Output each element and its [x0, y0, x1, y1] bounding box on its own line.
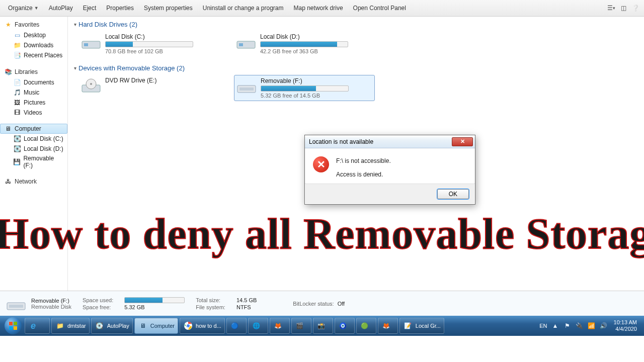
- nav-network[interactable]: 🖧Network: [0, 176, 67, 187]
- nav-desktop[interactable]: ▭Desktop: [0, 30, 67, 40]
- app-icon: 🎬: [295, 321, 305, 331]
- tray-up-icon[interactable]: ▲: [551, 322, 559, 330]
- taskbar: e 📁dmtstar 💽AutoPlay 🖥Computer how to d.…: [0, 316, 644, 336]
- drive-free-text: 5.32 GB free of 14.5 GB: [261, 93, 372, 99]
- taskbar-app7[interactable]: 🟢: [356, 318, 376, 334]
- taskbar-app1[interactable]: 🔵: [226, 318, 247, 334]
- taskbar-folder[interactable]: 📁dmtstar: [51, 318, 90, 334]
- nav-computer[interactable]: 🖥Computer: [0, 124, 67, 134]
- drive-local-d[interactable]: Local Disk (D:) 42.2 GB free of 363 GB: [234, 31, 375, 56]
- hdd-group-header[interactable]: ▾Hard Disk Drives (2): [74, 21, 638, 28]
- taskbar-ie[interactable]: e: [25, 318, 50, 334]
- usage-bar: [260, 41, 348, 47]
- nav-music[interactable]: 🎵Music: [0, 87, 67, 98]
- videos-icon: 🎞: [13, 109, 21, 117]
- pictures-icon: 🖼: [13, 99, 21, 107]
- nav-local-disk-c[interactable]: 💽Local Disk (C:): [0, 134, 67, 144]
- help-icon[interactable]: ❔: [631, 4, 640, 13]
- uninstall-button[interactable]: Uninstall or change a program: [199, 3, 288, 14]
- flag-icon[interactable]: ⚑: [564, 322, 572, 330]
- drive-dvd-e[interactable]: DVD RW Drive (E:): [79, 75, 220, 101]
- map-drive-button[interactable]: Map network drive: [290, 3, 347, 14]
- hdd-icon: 💽: [13, 135, 21, 143]
- svg-rect-14: [14, 326, 17, 330]
- app-icon: 🟢: [360, 321, 370, 331]
- svg-rect-11: [9, 322, 13, 325]
- svg-rect-1: [84, 43, 88, 46]
- close-button[interactable]: ✕: [452, 137, 473, 146]
- taskbar-clock[interactable]: 10:13 AM 4/4/2020: [612, 319, 639, 332]
- dvd-icon: [81, 77, 101, 95]
- language-indicator[interactable]: EN: [539, 323, 547, 329]
- power-icon[interactable]: 🔌: [576, 322, 584, 330]
- taskbar-app2[interactable]: 🌐: [248, 318, 268, 334]
- open-control-panel-button[interactable]: Open Control Panel: [349, 3, 410, 14]
- start-button[interactable]: [3, 316, 23, 336]
- space-free-label: Space free:: [83, 304, 113, 310]
- svg-point-16: [187, 324, 190, 328]
- preview-pane-icon[interactable]: ◫: [619, 4, 628, 13]
- taskbar-computer[interactable]: 🖥Computer: [134, 318, 178, 334]
- removable-group-header[interactable]: ▾Devices with Removable Storage (2): [74, 64, 638, 72]
- documents-icon: 📄: [13, 78, 21, 86]
- organize-menu[interactable]: Organize▼: [4, 3, 43, 14]
- hdd-icon: 💽: [13, 145, 21, 153]
- music-icon: 🎵: [13, 88, 21, 97]
- nav-pictures[interactable]: 🖼Pictures: [0, 98, 67, 108]
- computer-icon: 🖥: [4, 125, 12, 133]
- taskbar-app6[interactable]: 🧿: [335, 318, 355, 334]
- app-icon: 🧿: [338, 321, 348, 331]
- eject-button[interactable]: Eject: [79, 3, 101, 14]
- properties-button[interactable]: Properties: [102, 3, 138, 14]
- taskbar-firefox[interactable]: 🦊: [378, 318, 398, 334]
- taskbar-app3[interactable]: 🦊: [270, 318, 290, 334]
- bitlocker-value: Off: [338, 301, 345, 307]
- nav-local-disk-d[interactable]: 💽Local Disk (D:): [0, 144, 67, 154]
- favorites-header[interactable]: ★Favorites: [0, 19, 67, 30]
- nav-videos[interactable]: 🎞Videos: [0, 108, 67, 118]
- error-dialog: Location is not available ✕ ✕ F:\ is not…: [304, 135, 475, 205]
- network-tray-icon[interactable]: 📶: [588, 322, 596, 330]
- computer-icon: 🖥: [138, 321, 148, 331]
- nav-removable-f[interactable]: 💾Removable (F:): [0, 154, 67, 170]
- view-options-icon[interactable]: ☰▾: [607, 4, 616, 13]
- dialog-titlebar[interactable]: Location is not available ✕: [305, 135, 475, 148]
- taskbar-autoplay[interactable]: 💽AutoPlay: [91, 318, 133, 334]
- hdd-icon: [81, 33, 101, 51]
- dialog-title-text: Location is not available: [309, 138, 373, 145]
- filesystem-label: File system:: [196, 304, 225, 310]
- usb-icon: 💾: [13, 158, 21, 166]
- app-icon: 📸: [316, 321, 327, 331]
- system-properties-button[interactable]: System properties: [140, 3, 197, 14]
- svg-point-6: [90, 83, 92, 85]
- volume-icon[interactable]: 🔊: [600, 322, 608, 330]
- drive-local-c[interactable]: Local Disk (C:) 70.8 GB free of 102 GB: [79, 31, 220, 56]
- drive-name: DVD RW Drive (E:): [105, 77, 218, 84]
- collapse-arrow-icon: ▾: [74, 65, 76, 71]
- autoplay-button[interactable]: AutoPlay: [45, 3, 77, 14]
- app-icon: 🌐: [252, 321, 262, 331]
- svg-rect-13: [9, 326, 13, 330]
- total-size-value: 14.5 GB: [236, 297, 257, 303]
- drive-removable-f[interactable]: Removable (F:) 5.32 GB free of 14.5 GB: [234, 75, 375, 101]
- hdd-icon: [236, 33, 256, 51]
- svg-rect-10: [9, 305, 23, 308]
- drive-free-text: 70.8 GB free of 102 GB: [105, 48, 218, 54]
- ok-button[interactable]: OK: [437, 189, 469, 199]
- taskbar-notepad[interactable]: 📝Local Gr...: [399, 318, 444, 334]
- clock-date: 4/4/2020: [614, 326, 637, 332]
- close-icon: ✕: [460, 138, 465, 145]
- system-tray: EN ▲ ⚑ 🔌 📶 🔊 10:13 AM 4/4/2020: [539, 319, 641, 332]
- removable-icon: [236, 77, 257, 96]
- nav-documents[interactable]: 📄Documents: [0, 77, 67, 87]
- taskbar-chrome[interactable]: how to d...: [180, 318, 225, 334]
- taskbar-app5[interactable]: 📸: [313, 318, 333, 334]
- taskbar-app4[interactable]: 🎬: [291, 318, 311, 334]
- libraries-header[interactable]: 📚Libraries: [0, 66, 67, 77]
- nav-recent-places[interactable]: 📑Recent Places: [0, 50, 67, 60]
- network-icon: 🖧: [4, 177, 12, 186]
- star-icon: ★: [4, 21, 12, 29]
- details-name: Removable (F:): [31, 298, 71, 304]
- nav-downloads[interactable]: 📁Downloads: [0, 40, 67, 50]
- chevron-down-icon: ▼: [34, 6, 39, 11]
